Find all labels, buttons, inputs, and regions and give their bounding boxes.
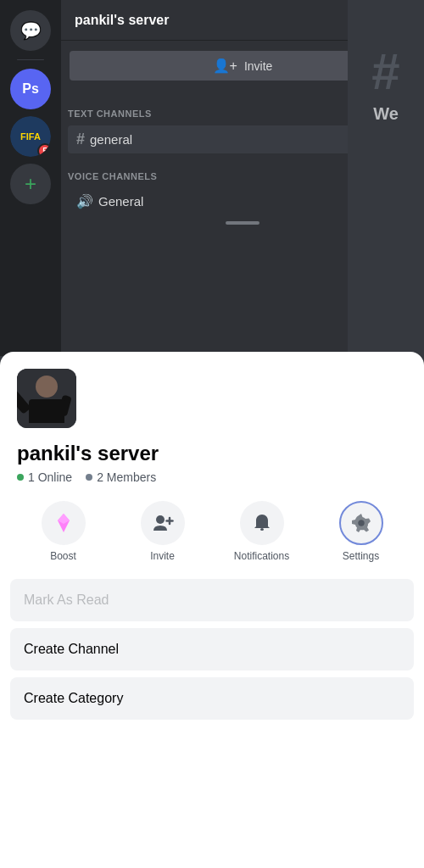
preview-text: We: [373, 104, 399, 124]
gear-icon: [350, 512, 372, 534]
svg-point-7: [358, 520, 364, 526]
invite-person-icon: [152, 512, 174, 534]
hash-icon: #: [76, 131, 85, 148]
boost-icon: [53, 512, 75, 534]
online-count: 1 Online: [17, 470, 72, 484]
sheet-meta: 1 Online 2 Members: [0, 465, 424, 484]
server-sidebar: 💬 Ps FIFA 5 +: [0, 0, 61, 356]
create-channel-item[interactable]: Create Channel: [10, 628, 414, 670]
svg-point-2: [156, 515, 165, 524]
actions-row: Boost Invite Notif: [0, 484, 424, 562]
notifications-label: Notifications: [234, 550, 289, 562]
sidebar-icon-ps[interactable]: Ps: [10, 69, 51, 109]
big-hashtag-icon: #: [371, 47, 399, 97]
settings-icon-wrap: [339, 501, 383, 545]
server-header-title: pankil's server: [75, 13, 169, 28]
main-content-preview: # We: [348, 0, 424, 356]
mark-as-read-item[interactable]: Mark As Read: [10, 579, 414, 621]
server-avatar: [17, 369, 76, 428]
invite-person-icon: 👤+: [213, 58, 237, 74]
create-category-item[interactable]: Create Category: [10, 677, 414, 720]
members-count: 2 Members: [86, 470, 156, 484]
invite-label: Invite: [150, 550, 175, 562]
sheet-server-name: pankil's server: [0, 442, 424, 465]
notifications-action[interactable]: Notifications: [232, 501, 292, 562]
notifications-icon-wrap: [240, 501, 284, 545]
voice-channel-general-name: General: [98, 194, 143, 209]
fifa-badge: 5: [37, 143, 51, 157]
sidebar-icon-notifications[interactable]: 💬: [10, 10, 51, 51]
channel-general-name: general: [90, 132, 132, 147]
sidebar-icon-add[interactable]: +: [10, 164, 51, 204]
boost-action[interactable]: Boost: [34, 501, 93, 562]
invite-action[interactable]: Invite: [133, 501, 192, 562]
boost-label: Boost: [50, 550, 76, 562]
online-dot: [17, 474, 24, 481]
settings-label: Settings: [343, 550, 379, 562]
sidebar-icon-fifa[interactable]: FIFA 5: [10, 116, 51, 157]
text-channels-label: TEXT CHANNELS: [68, 108, 152, 119]
speaker-icon: 🔊: [76, 193, 93, 209]
bell-icon: [251, 512, 273, 534]
members-dot: [86, 474, 92, 481]
menu-section: Mark As Read Create Channel Create Categ…: [10, 579, 414, 720]
voice-channels-label: VOICE CHANNELS: [68, 171, 157, 181]
settings-action[interactable]: Settings: [332, 501, 391, 562]
boost-icon-wrap: [42, 501, 86, 545]
scrollbar: [226, 221, 259, 225]
invite-icon-wrap: [141, 501, 185, 545]
svg-rect-5: [260, 528, 264, 531]
bottom-sheet: pankil's server 1 Online 2 Members Boost: [0, 352, 424, 868]
